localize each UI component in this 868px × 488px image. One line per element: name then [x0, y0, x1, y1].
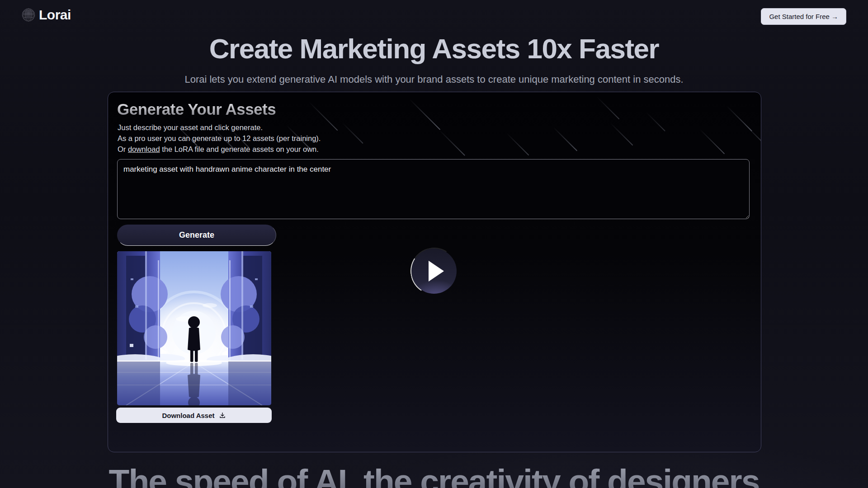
instruction-3-suffix: the LoRA file and generate assets on you…	[160, 145, 319, 153]
generate-button[interactable]: Generate	[117, 225, 276, 246]
meteor-streak	[597, 97, 620, 120]
next-section-heading: The speed of AI, the creativity of desig…	[0, 462, 868, 488]
meteor-streak	[506, 133, 529, 156]
meteor-streak	[726, 105, 752, 131]
meteor-streak	[553, 127, 577, 151]
brand[interactable]: Lorai	[21, 7, 71, 23]
logo-icon	[21, 7, 36, 23]
get-started-button[interactable]: Get Started for Free →	[761, 8, 846, 25]
hero-subtitle: Lorai lets you extend generative AI mode…	[0, 74, 868, 85]
play-icon	[429, 261, 444, 282]
meteor-streak	[699, 129, 725, 155]
top-nav: Lorai Get Started for Free →	[0, 0, 868, 33]
meteor-streak	[646, 112, 665, 131]
generator-card: Generate Your Assets Just describe your …	[108, 92, 761, 452]
page: Lorai Get Started for Free → Create Mark…	[0, 0, 868, 488]
download-asset-button[interactable]: Download Asset	[116, 408, 272, 423]
generator-instruction-1: Just describe your asset and click gener…	[118, 123, 263, 132]
generator-instruction-2: As a pro user you can generate up to 12 …	[118, 134, 321, 143]
meteor-streak	[342, 122, 363, 144]
brand-name: Lorai	[39, 7, 71, 23]
download-icon	[219, 412, 226, 419]
video-play-button[interactable]	[411, 249, 457, 294]
meteor-streak	[410, 99, 441, 130]
instruction-3-prefix: Or	[118, 145, 128, 153]
meteor-streak	[439, 130, 465, 156]
meteor-streak	[744, 123, 761, 145]
download-asset-label: Download Asset	[162, 412, 214, 419]
download-lora-link[interactable]: download	[128, 145, 160, 153]
hero-title: Create Marketing Assets 10x Faster	[0, 33, 868, 65]
anime-city-illustration	[117, 251, 271, 405]
generator-instruction-3: Or download the LoRA file and generate a…	[118, 145, 319, 154]
meteor-streak	[610, 123, 633, 146]
generated-asset-image	[117, 251, 271, 405]
prompt-input[interactable]: marketing asset with handrawn anime char…	[117, 159, 750, 219]
meteor-streak	[308, 101, 338, 131]
generator-heading: Generate Your Assets	[117, 100, 276, 118]
